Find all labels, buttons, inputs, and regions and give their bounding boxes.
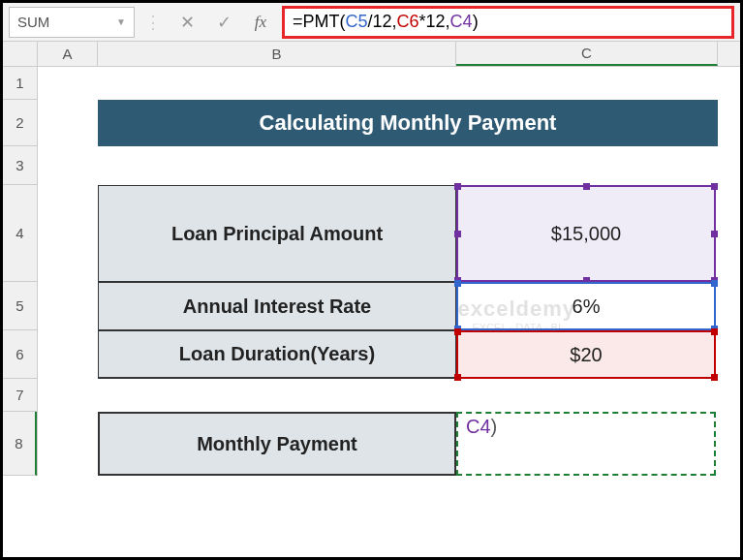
formula-op1: /12, bbox=[368, 12, 397, 32]
editing-line2: C4) bbox=[466, 416, 497, 438]
spreadsheet-grid: A B C 1 2 3 4 5 6 7 8 Calculating Monthl… bbox=[3, 42, 740, 476]
title-band[interactable]: Calculating Monthly Payment bbox=[98, 100, 718, 146]
cell-b6[interactable]: Loan Duration(Years) bbox=[98, 330, 456, 379]
formula-ref-c6: C6 bbox=[397, 12, 419, 32]
separator: ⋮ bbox=[140, 12, 166, 33]
formula-op2: *12, bbox=[419, 12, 450, 32]
cell-b8[interactable]: Monthly Payment bbox=[98, 412, 456, 476]
formula-bar: SUM ▼ ⋮ ✕ ✓ fx =PMT( C5 /12, C6 *12, C4 … bbox=[3, 3, 740, 42]
cell-c4[interactable]: $15,000 bbox=[456, 185, 716, 282]
col-header-a[interactable]: A bbox=[38, 42, 98, 66]
name-box[interactable]: SUM ▼ bbox=[9, 7, 135, 38]
row-headers: 1 2 3 4 5 6 7 8 bbox=[3, 67, 38, 476]
watermark-brand: exceldemy bbox=[457, 296, 575, 322]
cell-c5-value: 6% bbox=[573, 296, 601, 318]
row-header-6[interactable]: 6 bbox=[3, 330, 37, 379]
formula-ref-c5: C5 bbox=[346, 12, 368, 32]
cell-c6-value: $20 bbox=[570, 344, 602, 366]
select-all-corner[interactable] bbox=[3, 42, 38, 66]
formula-prefix: =PMT( bbox=[293, 12, 346, 32]
row-header-4[interactable]: 4 bbox=[3, 185, 37, 282]
cell-c6[interactable]: $20 bbox=[456, 330, 716, 379]
row-header-7[interactable]: 7 bbox=[3, 379, 37, 412]
watermark: exceldemy EXCEL · DATA · BI bbox=[457, 296, 575, 333]
watermark-tagline: EXCEL · DATA · BI bbox=[457, 322, 575, 333]
row-header-8[interactable]: 8 bbox=[3, 412, 37, 476]
col-header-c[interactable]: C bbox=[456, 42, 718, 66]
name-box-value: SUM bbox=[17, 14, 49, 30]
row-header-1[interactable]: 1 bbox=[3, 67, 37, 100]
row-header-2[interactable]: 2 bbox=[3, 100, 37, 146]
column-headers: A B C bbox=[3, 42, 740, 67]
fx-icon[interactable]: fx bbox=[245, 7, 276, 38]
formula-input[interactable]: =PMT( C5 /12, C6 *12, C4 ) bbox=[282, 6, 734, 39]
formula-ref-c4: C4 bbox=[450, 12, 473, 32]
dropdown-icon[interactable]: ▼ bbox=[116, 16, 126, 27]
editing-ref-c4: C4 bbox=[466, 416, 491, 437]
cell-b5[interactable]: Annual Interest Rate bbox=[98, 282, 456, 330]
editing-close: ) bbox=[491, 416, 498, 437]
row-header-3[interactable]: 3 bbox=[3, 146, 37, 185]
cells-area[interactable]: Calculating Monthly Payment Loan Princip… bbox=[38, 67, 740, 476]
cell-b4[interactable]: Loan Principal Amount bbox=[98, 185, 456, 282]
enter-icon[interactable]: ✓ bbox=[208, 7, 239, 38]
row-header-5[interactable]: 5 bbox=[3, 282, 37, 330]
cell-c4-value: $15,000 bbox=[551, 223, 621, 245]
col-header-b[interactable]: B bbox=[98, 42, 456, 66]
formula-suffix: ) bbox=[473, 12, 479, 32]
cell-c8-editing[interactable]: C4) bbox=[456, 412, 716, 476]
cancel-icon[interactable]: ✕ bbox=[171, 7, 202, 38]
